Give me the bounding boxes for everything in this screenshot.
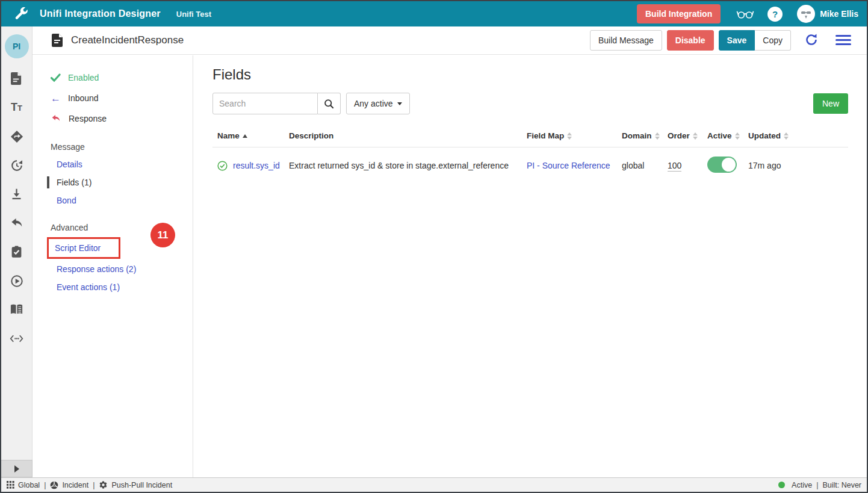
message-sidebar: Enabled ← Inbound Response Message Detai… xyxy=(33,55,193,477)
refresh-button[interactable] xyxy=(791,30,821,51)
sidebar-item-script-editor[interactable]: Script Editor xyxy=(50,241,101,255)
sidebar-item-event-actions[interactable]: Event actions (1) xyxy=(51,278,120,296)
fields-table: Name Description Field Map Domain Order … xyxy=(212,131,848,184)
user-avatar-icon xyxy=(797,5,815,23)
column-header-name[interactable]: Name xyxy=(217,131,289,140)
integration-header: CreateIncidentResponse Build Message Dis… xyxy=(33,26,867,55)
column-header-order[interactable]: Order xyxy=(668,131,707,140)
page-title: Fields xyxy=(212,66,848,83)
sort-asc-icon xyxy=(243,134,247,138)
help-icon[interactable]: ? xyxy=(767,7,783,22)
field-name-link[interactable]: result.sys_id xyxy=(233,161,280,170)
table-header-row: Name Description Field Map Domain Order … xyxy=(212,131,848,147)
order-editable-value[interactable]: 100 xyxy=(668,161,681,172)
check-icon xyxy=(51,73,61,82)
column-header-active[interactable]: Active xyxy=(707,131,748,140)
rail-icon-list: TT xyxy=(10,72,23,346)
column-header-domain[interactable]: Domain xyxy=(622,131,668,140)
grid-icon xyxy=(7,481,14,489)
active-toggle[interactable] xyxy=(707,157,737,173)
messages-document-icon[interactable] xyxy=(10,72,23,85)
user-menu[interactable]: Mike Ellis xyxy=(797,5,858,23)
active-filter-dropdown[interactable]: Any active xyxy=(346,93,410,114)
history-icon[interactable] xyxy=(10,158,23,172)
gear-icon xyxy=(99,480,108,489)
preview-glasses-icon[interactable] xyxy=(736,7,754,20)
search-group xyxy=(212,93,341,114)
message-title: CreateIncidentResponse xyxy=(71,34,184,46)
cell-order: 100 xyxy=(668,161,707,170)
cell-field-map: PI - Source Reference xyxy=(527,161,622,170)
status-footer: Global | Incident | Push-Pull Incident A… xyxy=(1,477,867,492)
save-copy-button-group: Save Copy xyxy=(719,30,791,51)
toggle-knob xyxy=(722,158,736,172)
download-icon[interactable] xyxy=(10,187,23,201)
search-icon xyxy=(324,99,334,109)
sort-icon xyxy=(693,132,698,140)
sidebar-item-response[interactable]: Response xyxy=(51,108,193,129)
build-message-button[interactable]: Build Message xyxy=(590,30,662,51)
refresh-icon xyxy=(804,33,819,47)
column-header-description[interactable]: Description xyxy=(289,131,527,140)
chevron-down-icon xyxy=(397,102,402,105)
incident-wheel-icon xyxy=(50,481,58,489)
save-button[interactable]: Save xyxy=(719,30,755,51)
footer-separator: | xyxy=(816,481,818,489)
reply-red-icon xyxy=(51,114,61,123)
new-field-button[interactable]: New xyxy=(813,93,848,114)
annotation-step-badge: 11 xyxy=(150,223,175,247)
app-window: Unifi Integration Designer Unifi Test Bu… xyxy=(0,0,868,493)
disable-button[interactable]: Disable xyxy=(667,30,714,51)
footer-scope[interactable]: Global xyxy=(7,481,40,489)
sidebar-item-enabled[interactable]: Enabled xyxy=(51,67,193,88)
build-integration-button[interactable]: Build Integration xyxy=(637,4,721,23)
cell-name: result.sys_id xyxy=(217,161,289,171)
search-button[interactable] xyxy=(318,93,341,114)
footer-status: Active xyxy=(778,481,812,489)
knowledge-book-icon[interactable] xyxy=(10,303,23,317)
search-input[interactable] xyxy=(212,93,318,114)
play-circle-icon[interactable] xyxy=(10,274,23,288)
footer-process[interactable]: Push-Pull Incident xyxy=(99,480,172,489)
cell-updated: 17m ago xyxy=(748,161,848,170)
column-header-field-map[interactable]: Field Map xyxy=(527,131,622,140)
environment-label[interactable]: Unifi Test xyxy=(176,10,211,19)
navigate-diamond-icon[interactable] xyxy=(10,129,23,143)
cell-active xyxy=(707,157,748,175)
text-format-icon[interactable]: TT xyxy=(10,101,23,114)
wrench-icon xyxy=(13,6,29,22)
column-header-updated[interactable]: Updated xyxy=(748,131,848,140)
task-check-icon[interactable] xyxy=(10,245,23,259)
sidebar-item-label: Enabled xyxy=(68,73,99,82)
sidebar-item-details[interactable]: Details xyxy=(51,155,82,173)
active-status-icon xyxy=(778,482,785,488)
menu-icon[interactable] xyxy=(835,35,851,46)
built-label: Built: Never xyxy=(822,481,861,489)
code-icon[interactable] xyxy=(10,332,23,346)
sidebar-item-fields[interactable]: Fields (1) xyxy=(51,173,91,191)
fields-toolbar: Any active New xyxy=(212,93,848,114)
sort-icon xyxy=(567,132,572,140)
sidebar-item-bond[interactable]: Bond xyxy=(51,191,76,209)
fields-panel: Fields Any active New Name Descri xyxy=(194,55,867,477)
rail-expand-button[interactable] xyxy=(1,460,33,477)
scope-label: Global xyxy=(18,481,40,489)
section-title-message: Message xyxy=(51,142,193,152)
app-title: Unifi Integration Designer xyxy=(40,8,161,19)
sidebar-item-inbound[interactable]: ← Inbound xyxy=(51,88,193,108)
integration-avatar[interactable]: PI xyxy=(5,34,29,58)
sort-icon xyxy=(735,132,740,140)
reply-icon[interactable] xyxy=(10,216,23,230)
active-check-circle-icon xyxy=(217,161,228,171)
field-map-link[interactable]: PI - Source Reference xyxy=(527,161,610,170)
sidebar-item-response-actions[interactable]: Response actions (2) xyxy=(51,260,136,278)
copy-button[interactable]: Copy xyxy=(755,30,791,51)
table-row: result.sys_id Extract returned sys_id & … xyxy=(212,147,848,184)
annotation-highlight-box: Script Editor xyxy=(47,237,120,259)
expand-arrow-icon xyxy=(14,465,19,473)
process-label: Push-Pull Incident xyxy=(111,481,172,489)
cell-domain: global xyxy=(622,161,668,170)
footer-separator: | xyxy=(93,481,95,489)
footer-table[interactable]: Incident xyxy=(50,481,88,489)
footer-separator: | xyxy=(44,481,46,489)
